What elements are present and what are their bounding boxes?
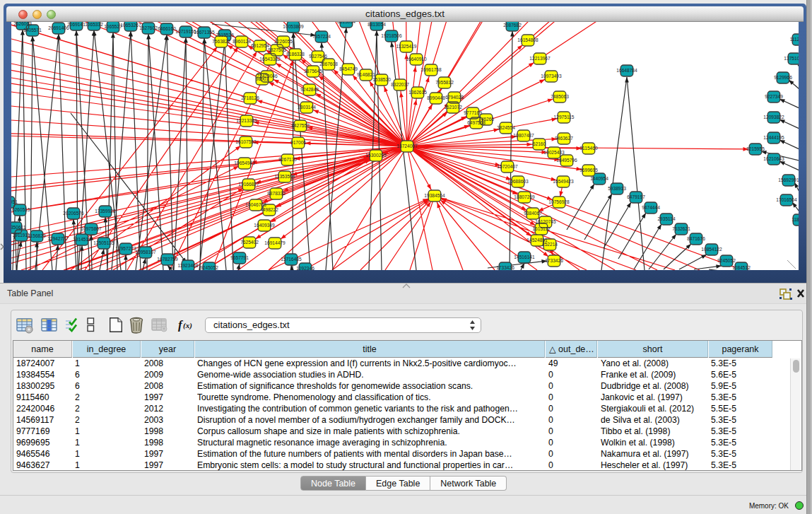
svg-text:16914479: 16914479	[264, 240, 286, 245]
svg-text:10807487: 10807487	[513, 133, 534, 138]
svg-text:2626063: 2626063	[13, 22, 32, 26]
svg-text:2226055: 2226055	[274, 39, 293, 44]
svg-text:16549423: 16549423	[553, 179, 574, 184]
svg-text:13751074: 13751074	[784, 56, 799, 61]
svg-text:16107552: 16107552	[235, 139, 257, 144]
svg-text:19166827: 19166827	[238, 182, 259, 187]
svg-text:8427552: 8427552	[291, 123, 310, 128]
svg-text:18724007: 18724007	[396, 144, 418, 148]
svg-text:1065527: 1065527	[104, 24, 122, 29]
svg-text:9245052: 9245052	[717, 258, 736, 263]
svg-text:7625402: 7625402	[240, 240, 259, 245]
svg-text:7357224: 7357224	[312, 34, 331, 39]
svg-text:9245052: 9245052	[200, 265, 218, 270]
svg-text:8878332: 8878332	[267, 191, 286, 196]
svg-text:10975867: 10975867	[81, 226, 102, 231]
svg-text:15300295: 15300295	[365, 153, 387, 158]
svg-text:6479197: 6479197	[627, 194, 645, 199]
svg-text:12975115: 12975115	[554, 115, 575, 119]
svg-text:3824554: 3824554	[497, 125, 515, 130]
svg-text:15692991: 15692991	[778, 177, 799, 182]
svg-text:6466160: 6466160	[158, 26, 176, 31]
svg-text:2069141: 2069141	[67, 22, 86, 27]
svg-text:11923468: 11923468	[178, 263, 199, 268]
svg-text:18350611: 18350611	[11, 225, 26, 230]
svg-text:9463627: 9463627	[555, 136, 573, 141]
svg-text:16543382: 16543382	[259, 57, 281, 62]
svg-text:20206576: 20206576	[63, 211, 84, 216]
svg-text:8186328: 8186328	[286, 52, 305, 57]
svg-text:17016504: 17016504	[776, 197, 797, 202]
svg-text:17359928: 17359928	[95, 209, 116, 214]
svg-text:16154808: 16154808	[517, 37, 539, 42]
svg-text:8322037: 8322037	[391, 82, 409, 87]
svg-text:2087682: 2087682	[503, 23, 522, 28]
svg-text:6912954: 6912954	[251, 43, 269, 48]
svg-text:8990448: 8990448	[427, 95, 445, 100]
svg-text:118753: 118753	[792, 217, 799, 222]
svg-text:1112753: 1112753	[790, 37, 799, 42]
svg-text:12444195: 12444195	[763, 135, 784, 140]
svg-text:1733426: 1733426	[545, 258, 563, 263]
svg-text:10053809: 10053809	[283, 24, 304, 29]
svg-text:1065332: 1065332	[85, 22, 103, 27]
svg-text:7485063: 7485063	[551, 94, 569, 99]
svg-text:8960124: 8960124	[233, 39, 251, 44]
svg-text:8471676: 8471676	[687, 236, 705, 241]
svg-text:1362615: 1362615	[408, 90, 427, 95]
svg-text:8813054: 8813054	[337, 22, 355, 24]
svg-text:12505135: 12505135	[93, 240, 114, 245]
svg-text:8215955: 8215955	[746, 146, 765, 151]
svg-text:9242848: 9242848	[300, 87, 319, 92]
svg-text:8454749: 8454749	[339, 66, 358, 71]
svg-text:8267130: 8267130	[278, 157, 297, 162]
svg-text:16260515: 16260515	[11, 207, 30, 212]
svg-text:16210643: 16210643	[763, 156, 784, 161]
svg-text:10973493: 10973493	[541, 74, 562, 78]
svg-text:9384067: 9384067	[524, 211, 542, 216]
svg-text:16046708: 16046708	[245, 202, 266, 207]
svg-text:18807269: 18807269	[514, 194, 535, 199]
svg-text:10756928: 10756928	[548, 199, 570, 204]
svg-text:746266: 746266	[478, 117, 494, 122]
svg-text:1621072: 1621072	[444, 105, 462, 110]
svg-text:2803144: 2803144	[298, 105, 316, 110]
svg-text:9474444: 9474444	[642, 205, 660, 210]
svg-text:6794028: 6794028	[445, 95, 464, 100]
svg-text:1440954: 1440954	[590, 176, 608, 181]
svg-text:16120745: 16120745	[535, 219, 556, 224]
svg-text:9129966: 9129966	[774, 75, 792, 80]
svg-text:1615112: 1615112	[532, 226, 551, 231]
svg-text:2718126: 2718126	[241, 95, 259, 100]
svg-text:12942737: 12942737	[47, 236, 69, 241]
svg-text:12213389: 12213389	[236, 118, 257, 123]
svg-text:9227349: 9227349	[765, 94, 783, 99]
svg-text:7955812: 7955812	[435, 80, 454, 85]
svg-text:1527602: 1527602	[139, 25, 158, 30]
svg-text:98901: 98901	[256, 76, 269, 81]
svg-text:15720407: 15720407	[497, 164, 518, 169]
svg-text:16648784: 16648784	[616, 68, 637, 73]
svg-text:(x): (x)	[183, 321, 192, 330]
svg-text:14516141: 14516141	[514, 255, 535, 259]
svg-text:19218506: 19218506	[381, 33, 402, 38]
svg-text:11325419: 11325419	[396, 44, 417, 49]
svg-text:1314519: 1314519	[73, 237, 91, 242]
svg-text:1092346: 1092346	[296, 266, 314, 270]
svg-text:10958107: 10958107	[135, 250, 156, 255]
svg-text:9827505: 9827505	[268, 47, 286, 52]
svg-text:2935114: 2935114	[657, 216, 676, 221]
svg-text:19654943: 19654943	[234, 160, 255, 165]
svg-text:9777169: 9777169	[464, 110, 482, 115]
svg-text:2867608: 2867608	[319, 62, 338, 66]
svg-text:8813054: 8813054	[367, 22, 386, 27]
svg-text:15716485: 15716485	[281, 257, 302, 262]
svg-text:16782759: 16782759	[157, 257, 178, 262]
svg-text:10688603: 10688603	[507, 179, 529, 184]
svg-text:10653267: 10653267	[120, 23, 141, 28]
svg-text:2626051: 2626051	[11, 199, 18, 204]
svg-text:1084512: 1084512	[732, 265, 751, 270]
svg-text:3875645: 3875645	[304, 69, 322, 74]
svg-text:9699695: 9699695	[579, 168, 598, 173]
svg-text:16961758: 16961758	[420, 67, 442, 72]
